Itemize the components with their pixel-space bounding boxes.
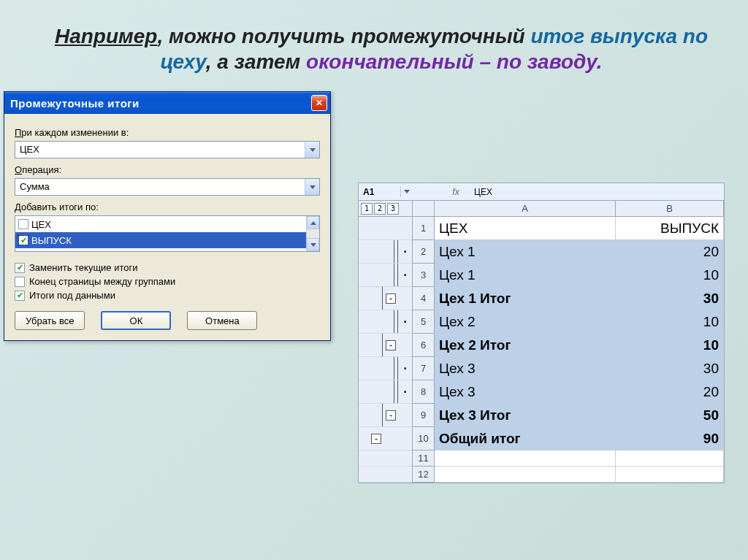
cancel-button[interactable]: Отмена bbox=[187, 311, 257, 330]
grid[interactable]: A B 1ЦЕХВЫПУСК2Цех 1203Цех 1104Цех 1 Ито… bbox=[413, 201, 724, 483]
outline-level-button[interactable]: 2 bbox=[374, 203, 386, 215]
chevron-down-icon[interactable] bbox=[305, 142, 319, 158]
cell[interactable]: 20 bbox=[616, 240, 724, 264]
cell[interactable]: Цех 3 bbox=[435, 357, 616, 380]
row-header[interactable]: 12 bbox=[413, 467, 435, 483]
outline-column[interactable]: 123 ---- bbox=[359, 201, 413, 483]
headline-lead: Например bbox=[55, 25, 158, 47]
row-header[interactable]: 1 bbox=[413, 217, 435, 240]
cell[interactable]: Цех 3 Итог bbox=[435, 404, 616, 427]
cell[interactable]: Цех 1 bbox=[435, 264, 616, 287]
table-row[interactable]: 5Цех 210 bbox=[413, 310, 724, 334]
listbox-add-subtotal[interactable]: ЦЕХ✔ВЫПУСК bbox=[15, 215, 320, 252]
cell[interactable]: Общий итог bbox=[435, 427, 616, 450]
ok-button[interactable]: ОК bbox=[101, 311, 171, 330]
cell[interactable]: 30 bbox=[616, 287, 724, 310]
row-header[interactable]: 6 bbox=[413, 334, 435, 357]
cell[interactable]: 10 bbox=[616, 310, 724, 334]
cell[interactable]: 30 bbox=[616, 357, 724, 380]
table-row[interactable]: 6Цех 2 Итог10 bbox=[413, 334, 724, 357]
cell[interactable]: Цех 3 bbox=[435, 380, 616, 404]
cell[interactable] bbox=[435, 450, 616, 467]
select-all-corner[interactable] bbox=[413, 201, 435, 217]
cell[interactable] bbox=[616, 467, 724, 483]
row-header[interactable]: 10 bbox=[413, 427, 435, 450]
row-header[interactable]: 5 bbox=[413, 310, 435, 334]
row-header[interactable]: 2 bbox=[413, 240, 435, 264]
outline-row[interactable]: - bbox=[359, 287, 412, 310]
slide-headline: Например, можно получить промежуточный и… bbox=[37, 23, 726, 74]
checkbox-replace[interactable]: ✔ Заменить текущие итоги bbox=[15, 262, 320, 273]
cell[interactable]: 20 bbox=[616, 380, 724, 404]
cell[interactable]: Цех 1 Итог bbox=[435, 287, 616, 310]
close-button[interactable]: ✕ bbox=[311, 95, 327, 111]
column-header-a[interactable]: A bbox=[435, 201, 616, 217]
cell[interactable]: 10 bbox=[616, 264, 724, 287]
table-row[interactable]: 8Цех 320 bbox=[413, 380, 724, 404]
checkbox-pagebreak[interactable]: Конец страницы между группами bbox=[15, 276, 320, 287]
outline-row[interactable] bbox=[359, 310, 412, 334]
outline-row[interactable]: - bbox=[359, 334, 412, 357]
table-row[interactable]: 2Цех 120 bbox=[413, 240, 724, 264]
chevron-down-icon[interactable] bbox=[305, 179, 319, 195]
outline-row[interactable]: - bbox=[359, 404, 412, 427]
dialog-titlebar[interactable]: Промежуточные итоги ✕ bbox=[4, 92, 330, 114]
outline-row[interactable] bbox=[359, 467, 412, 483]
cell[interactable]: 10 bbox=[616, 334, 724, 357]
collapse-icon[interactable]: - bbox=[371, 434, 381, 444]
row-header[interactable]: 9 bbox=[413, 404, 435, 427]
outline-row[interactable] bbox=[359, 380, 412, 404]
outline-row[interactable] bbox=[359, 264, 412, 287]
label-at-each-change: При каждом изменении в: bbox=[15, 127, 320, 138]
row-header[interactable]: 7 bbox=[413, 357, 435, 380]
cell[interactable]: ЦЕХ bbox=[435, 217, 616, 240]
combo-at-each-change[interactable]: ЦЕХ bbox=[15, 141, 320, 158]
row-header[interactable]: 8 bbox=[413, 380, 435, 404]
cell[interactable]: Цех 1 bbox=[435, 240, 616, 264]
table-row[interactable]: 1ЦЕХВЫПУСК bbox=[413, 217, 724, 240]
fx-icon[interactable]: fx bbox=[442, 187, 470, 197]
table-row[interactable]: 7Цех 330 bbox=[413, 357, 724, 380]
formula-input[interactable]: ЦЕХ bbox=[470, 187, 724, 197]
cell[interactable]: ВЫПУСК bbox=[616, 217, 724, 240]
table-row[interactable]: 12 bbox=[413, 467, 724, 483]
scrollbar[interactable] bbox=[306, 216, 319, 251]
collapse-icon[interactable]: - bbox=[386, 410, 396, 421]
outline-row[interactable] bbox=[359, 357, 412, 380]
list-item[interactable]: ЦЕХ bbox=[15, 216, 306, 232]
close-icon: ✕ bbox=[316, 98, 324, 108]
table-row[interactable]: 9Цех 3 Итог50 bbox=[413, 404, 724, 427]
checkbox-icon bbox=[15, 277, 25, 287]
combo-operation[interactable]: Сумма bbox=[15, 178, 320, 196]
cell[interactable]: Цех 2 bbox=[435, 310, 616, 334]
cell[interactable]: Цех 2 Итог bbox=[435, 334, 616, 357]
outline-row[interactable] bbox=[359, 240, 412, 264]
outline-row[interactable] bbox=[359, 450, 412, 467]
outline-row[interactable] bbox=[359, 217, 412, 240]
scroll-down-icon[interactable] bbox=[307, 238, 319, 251]
list-item[interactable]: ✔ВЫПУСК bbox=[15, 232, 306, 248]
outline-row[interactable]: - bbox=[359, 427, 412, 450]
collapse-icon[interactable]: - bbox=[386, 294, 396, 304]
cell[interactable] bbox=[616, 450, 724, 467]
outline-level-button[interactable]: 3 bbox=[387, 203, 399, 215]
row-header[interactable]: 11 bbox=[413, 450, 435, 467]
cell[interactable]: 50 bbox=[616, 404, 724, 427]
column-header-b[interactable]: B bbox=[616, 201, 724, 217]
collapse-icon[interactable]: - bbox=[386, 340, 396, 350]
table-row[interactable]: 4Цех 1 Итог30 bbox=[413, 287, 724, 310]
name-box[interactable]: A1 bbox=[359, 187, 401, 197]
remove-all-button[interactable]: Убрать все bbox=[15, 311, 85, 330]
scroll-up-icon[interactable] bbox=[307, 216, 319, 229]
chevron-down-icon[interactable] bbox=[401, 190, 413, 193]
outline-level-button[interactable]: 1 bbox=[361, 203, 373, 215]
cell[interactable]: 90 bbox=[616, 427, 724, 450]
checkbox-below-data[interactable]: ✔ Итоги под данными bbox=[15, 290, 320, 301]
cell[interactable] bbox=[435, 467, 616, 483]
table-row[interactable]: 3Цех 110 bbox=[413, 264, 724, 287]
label-operation: Операция: bbox=[15, 164, 320, 175]
table-row[interactable]: 11 bbox=[413, 450, 724, 467]
table-row[interactable]: 10Общий итог90 bbox=[413, 427, 724, 450]
row-header[interactable]: 3 bbox=[413, 264, 435, 287]
row-header[interactable]: 4 bbox=[413, 287, 435, 310]
